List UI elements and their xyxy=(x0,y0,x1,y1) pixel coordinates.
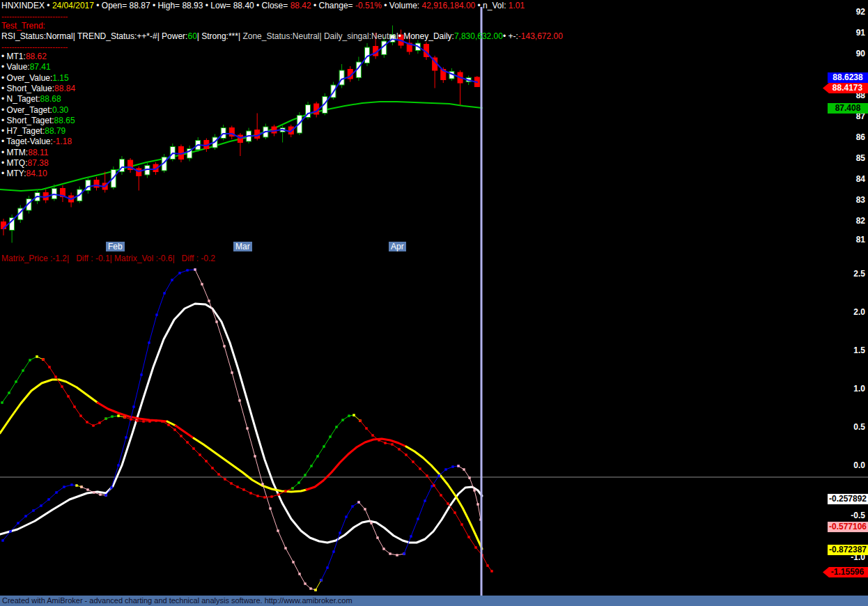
osc-blue-pink-fast-marker xyxy=(75,484,77,486)
osc-green-red-fast-marker xyxy=(316,455,318,457)
osc-green-red-fast-marker xyxy=(486,564,488,566)
osc-blue-pink-fast xyxy=(106,270,195,495)
osc-blue-pink-fast-marker xyxy=(269,507,271,509)
candle-up xyxy=(339,70,344,85)
osc-blue-pink-fast-marker xyxy=(468,476,470,479)
osc-blue-pink-fast-marker xyxy=(117,464,119,466)
osc-white-smooth xyxy=(0,304,482,543)
osc-blue-pink-fast-marker xyxy=(148,341,150,343)
osc-green-red-fast-marker xyxy=(79,414,82,417)
osc-green-red-fast-marker xyxy=(230,482,232,484)
osc-blue-pink-fast-marker xyxy=(370,522,372,524)
osc-green-red-fast-marker xyxy=(15,380,17,382)
osc-blue-pink-fast-marker xyxy=(47,498,49,500)
text-segment: -0.51% xyxy=(355,1,382,10)
text-segment: • Volume: xyxy=(382,1,422,10)
osc-green-red-fast-marker xyxy=(310,465,312,467)
text-segment: RSI_Status:Normal| TREND_Status:++*-#| P… xyxy=(1,31,187,41)
osc-blue-pink-fast-marker xyxy=(155,313,157,316)
osc-green-red-fast-marker xyxy=(111,415,113,417)
osc-blue-pink-fast-marker xyxy=(410,535,412,537)
quote-header: HNXINDEX • 24/04/2017 • Open= 88.87 • Hi… xyxy=(1,1,525,10)
osc-thick-signal xyxy=(194,438,307,492)
month-label-feb: Feb xyxy=(106,242,125,251)
osc-blue-pink-fast-marker xyxy=(140,373,142,375)
metric-value: • Value:87.41 xyxy=(1,62,51,72)
osc-blue-pink-fast-marker xyxy=(332,550,334,552)
axis-label: 86 xyxy=(823,132,865,142)
osc-green-red-fast-marker xyxy=(173,428,176,430)
osc-blue-pink-fast-marker xyxy=(284,547,286,549)
text-segment: HNXINDEX xyxy=(1,1,45,10)
osc-blue-pink-fast-marker xyxy=(314,589,316,591)
osc-green-red-fast-marker xyxy=(440,494,442,496)
osc-thick-signal xyxy=(176,426,194,438)
value-badge: -1.15596 xyxy=(823,567,868,577)
axis-label: 0.5 xyxy=(823,422,865,432)
osc-green-red-fast-marker xyxy=(467,536,470,538)
osc-blue-pink-fast-marker xyxy=(80,485,82,488)
osc-green-red-fast-marker xyxy=(42,358,44,360)
separator-dashes-bottom: -------------------------- xyxy=(1,42,68,51)
osc-green-red-fast-marker xyxy=(297,481,300,483)
osc-green-red-fast-marker xyxy=(142,420,144,422)
osc-blue-pink-fast-marker xyxy=(9,530,11,532)
text-segment: Zone_Status:Neutral| Daily_singal:Neutra… xyxy=(242,31,398,41)
osc-blue-pink-fast-marker xyxy=(110,486,112,488)
osc-green-red-fast-marker xyxy=(117,414,119,417)
axis-label: 83 xyxy=(823,195,865,205)
osc-blue-pink-fast-marker xyxy=(396,554,398,556)
metric-mtq: • MTQ:87.38 xyxy=(1,158,49,168)
metric-overtaget: • Over_Taget:0.30 xyxy=(1,105,68,115)
osc-blue-pink-fast-marker xyxy=(194,268,196,270)
text-segment: 60 xyxy=(187,31,196,41)
osc-green-red-fast-marker xyxy=(130,418,132,420)
osc-green-red-fast-marker xyxy=(454,511,456,513)
osc-blue-pink-fast-marker xyxy=(473,489,475,491)
osc-green-red-fast-marker xyxy=(136,419,138,421)
osc-green-red-fast-marker xyxy=(256,495,258,497)
osc-blue-pink-fast-marker xyxy=(17,522,19,524)
osc-blue-pink-fast-marker xyxy=(424,499,426,502)
osc-green-red-fast xyxy=(125,417,293,497)
axis-label: 0.0 xyxy=(823,460,865,470)
osc-blue-pink-fast-marker xyxy=(292,561,294,563)
osc-green-red-fast-marker xyxy=(1,401,3,403)
osc-blue-pink-fast xyxy=(316,580,321,590)
osc-green-red-fast-marker xyxy=(398,448,400,450)
osc-green-red-fast-marker xyxy=(236,485,238,488)
osc-blue-pink-fast-marker xyxy=(132,405,134,407)
osc-blue-pink-fast-marker xyxy=(223,345,225,347)
osc-blue-pink-fast-marker xyxy=(451,465,454,467)
candle-up xyxy=(52,189,56,199)
osc-blue-pink-fast-marker xyxy=(70,483,72,485)
candlestick-series xyxy=(1,26,480,243)
osc-green-red-fast-marker xyxy=(329,435,331,437)
osc-blue-pink-fast-marker xyxy=(304,582,306,584)
osc-green-red-fast-marker xyxy=(384,442,386,444)
text-segment: • n_Vol: xyxy=(475,1,509,10)
osc-blue-pink-fast-marker xyxy=(339,531,341,534)
osc-green-red-fast-marker xyxy=(86,421,88,423)
osc-green-red-fast-marker xyxy=(348,414,350,417)
metric-mtm: • MTM:88.11 xyxy=(1,148,48,157)
chart-plot-area[interactable] xyxy=(0,0,868,606)
osc-blue-pink-fast-marker xyxy=(277,529,279,531)
osc-blue-pink-fast-marker xyxy=(351,505,353,507)
osc-green-red-fast-marker xyxy=(217,473,219,475)
candle-down xyxy=(137,169,141,176)
axis-label: 91 xyxy=(823,28,865,38)
osc-blue-pink-fast-marker xyxy=(86,488,88,490)
candle-down xyxy=(255,130,260,139)
osc-green-red-fast-marker xyxy=(371,434,373,436)
text-segment: 7,830,632.00 xyxy=(454,31,503,41)
osc-green-red-fast-marker xyxy=(54,375,56,378)
osc-green-red-fast-marker xyxy=(419,467,421,469)
osc-green-red-fast-marker xyxy=(391,443,393,445)
osc-blue-pink-fast-marker xyxy=(320,579,322,581)
osc-green-red-fast-marker xyxy=(365,427,367,429)
osc-blue-pink-fast-marker xyxy=(457,465,459,467)
osc-green-red-fast-marker xyxy=(405,453,407,456)
axis-label: 92 xyxy=(823,7,865,17)
osc-blue-pink-fast xyxy=(458,466,481,520)
